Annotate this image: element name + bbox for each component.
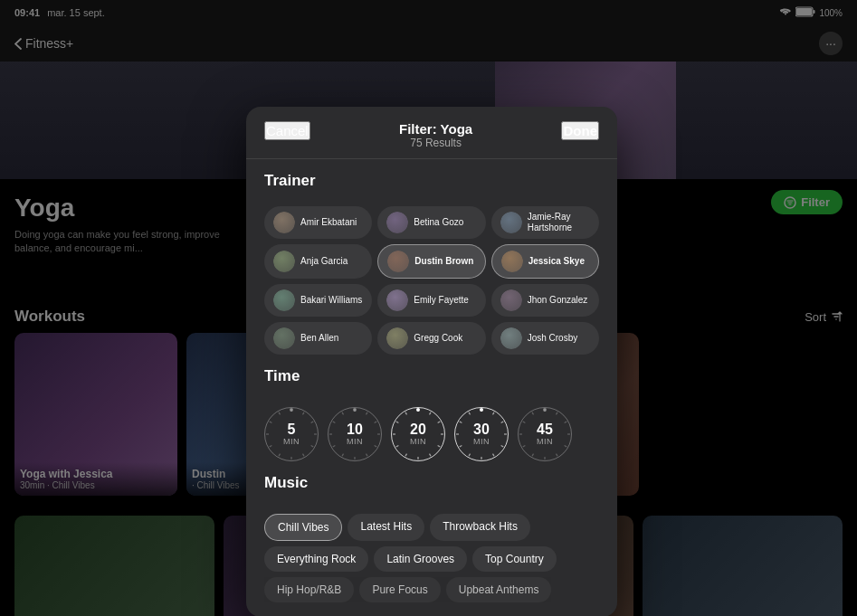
filter-modal: Cancel Filter: Yoga 75 Results Done Trai… <box>246 107 617 616</box>
music-pill[interactable]: Top Country <box>472 546 557 572</box>
modal-subtitle: 75 Results <box>399 137 472 149</box>
music-pill[interactable]: Throwback Hits <box>430 514 530 541</box>
trainer-item[interactable]: Bakari Williams <box>264 284 372 317</box>
time-section-title: Time <box>264 367 599 385</box>
trainer-name: Emily Fayette <box>414 295 469 306</box>
music-pill[interactable]: Latest Hits <box>348 514 424 541</box>
music-pill[interactable]: Latin Grooves <box>374 546 467 572</box>
trainer-name: Jamie-Ray Hartshorne <box>528 212 590 233</box>
music-pills: Chill VibesLatest HitsThrowback HitsEver… <box>246 514 617 572</box>
trainer-name: Jessica Skye <box>528 256 585 267</box>
trainer-section: Trainer <box>246 159 617 206</box>
time-pill[interactable]: 20MIN <box>391 407 445 461</box>
trainer-item[interactable]: Gregg Cook <box>377 322 485 355</box>
music-more-pills: Hip Hop/R&BPure FocusUpbeat Anthems <box>246 572 617 602</box>
trainer-item[interactable]: Amir Ekbatani <box>264 206 372 239</box>
trainer-name: Ben Allen <box>300 333 338 344</box>
time-section: Time <box>246 355 617 402</box>
trainer-name: Dustin Brown <box>414 256 473 267</box>
music-more-pill[interactable]: Hip Hop/R&B <box>264 577 354 602</box>
trainer-item[interactable]: Jhon Gonzalez <box>491 284 599 317</box>
trainer-name: Anja Garcia <box>300 256 348 267</box>
trainer-item[interactable]: Ben Allen <box>264 322 372 355</box>
trainer-item[interactable]: Josh Crosby <box>491 322 599 355</box>
trainer-item[interactable]: Jamie-Ray Hartshorne <box>491 206 599 239</box>
music-pill[interactable]: Everything Rock <box>264 546 368 572</box>
modal-title: Filter: Yoga <box>399 121 472 137</box>
trainer-name: Betina Gozo <box>414 217 463 228</box>
trainer-item[interactable]: Emily Fayette <box>377 284 485 317</box>
trainer-item[interactable]: Dustin Brown <box>377 244 485 279</box>
music-section: Music <box>246 461 617 508</box>
trainer-name: Amir Ekbatani <box>300 217 357 228</box>
modal-title-area: Filter: Yoga 75 Results <box>399 121 472 149</box>
trainer-item[interactable]: Anja Garcia <box>264 244 372 279</box>
time-pills: 5MIN10MIN20MIN30MIN45MIN <box>246 407 617 461</box>
modal-done-button[interactable]: Done <box>561 121 599 140</box>
trainer-name: Jhon Gonzalez <box>528 295 588 306</box>
trainer-section-title: Trainer <box>264 172 599 190</box>
time-pill[interactable]: 45MIN <box>518 407 572 461</box>
music-more-pill[interactable]: Pure Focus <box>359 577 440 602</box>
time-pill[interactable]: 5MIN <box>264 407 319 461</box>
music-pill[interactable]: Chill Vibes <box>264 514 342 541</box>
trainer-grid: Amir EkbataniBetina GozoJamie-Ray Hartsh… <box>246 206 617 355</box>
modal-header: Cancel Filter: Yoga 75 Results Done <box>246 107 617 159</box>
time-pill[interactable]: 10MIN <box>328 407 382 461</box>
trainer-name: Gregg Cook <box>414 333 462 344</box>
music-section-title: Music <box>264 474 599 492</box>
trainer-item[interactable]: Betina Gozo <box>377 206 485 239</box>
trainer-name: Bakari Williams <box>300 295 362 306</box>
trainer-item[interactable]: Jessica Skye <box>491 244 599 279</box>
time-pill[interactable]: 30MIN <box>454 407 509 461</box>
trainer-name: Josh Crosby <box>528 333 578 344</box>
modal-cancel-button[interactable]: Cancel <box>264 121 310 140</box>
music-more-pill[interactable]: Upbeat Anthems <box>446 577 552 602</box>
